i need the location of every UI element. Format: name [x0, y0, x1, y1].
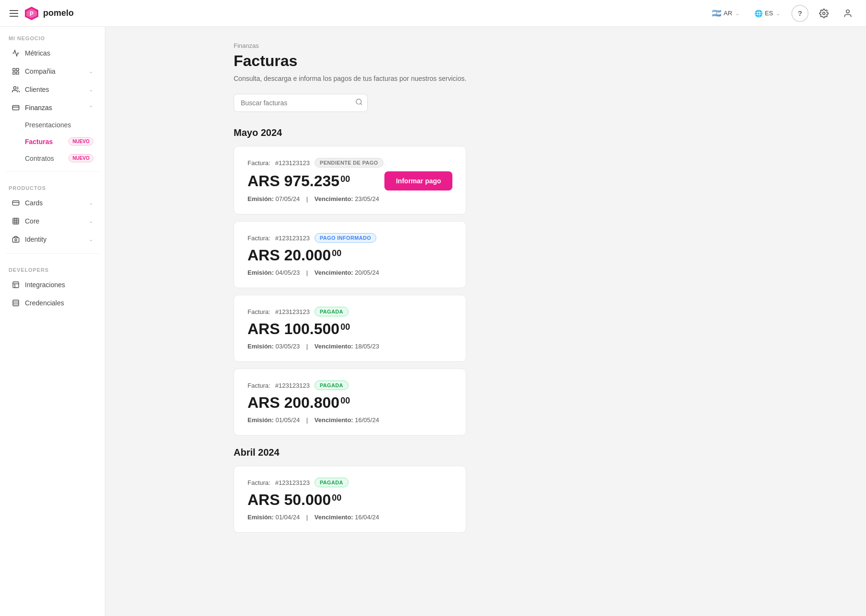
company-chevron-icon: ⌄	[89, 68, 93, 75]
svg-line-28	[360, 103, 362, 105]
section-title-1: Abril 2024	[234, 447, 466, 458]
due-label: Vencimiento: 23/05/24	[315, 195, 379, 202]
topbar: P pomelo 🇦🇷 AR ⌄ 🌐 ES ⌄ ?	[0, 0, 866, 27]
invoice-cents: 00	[332, 248, 341, 258]
emission-label: Emisión: 03/05/23	[247, 343, 300, 350]
page-subtitle: Consulta, descarga e informa los pagos d…	[234, 75, 466, 82]
clients-chevron-icon: ⌄	[89, 86, 93, 93]
status-badge: PAGADA	[315, 381, 349, 390]
svg-rect-10	[12, 105, 19, 110]
invoice-number: #123123123	[275, 479, 310, 486]
cards-chevron-icon: ⌄	[89, 200, 93, 206]
core-icon	[11, 217, 20, 225]
sidebar-item-core[interactable]: Core ⌄	[3, 213, 102, 230]
invoice-card-0-0: Factura: #123123123 PENDIENTE DE PAGO AR…	[234, 146, 466, 214]
svg-rect-5	[13, 68, 15, 71]
user-button[interactable]	[839, 5, 856, 22]
sidebar-item-invoices[interactable]: Facturas NUEVO	[3, 134, 102, 149]
contracts-new-badge: NUEVO	[68, 154, 93, 162]
pomelo-logo-mark: P	[24, 6, 39, 21]
language-selector[interactable]: 🌐 ES ⌄	[751, 8, 785, 19]
topbar-right: 🇦🇷 AR ⌄ 🌐 ES ⌄ ?	[708, 5, 856, 22]
identity-chevron-icon: ⌄	[89, 236, 93, 243]
invoice-card-top: Factura: #123123123 PAGO INFORMADO	[247, 233, 452, 243]
invoice-number: #123123123	[275, 235, 310, 242]
svg-rect-24	[13, 300, 19, 306]
core-chevron-icon: ⌄	[89, 218, 93, 224]
sidebar-item-clients[interactable]: Clientes ⌄	[3, 81, 102, 98]
sidebar-item-finances[interactable]: Finanzas ⌄	[3, 99, 102, 116]
invoice-card-1-0: Factura: #123123123 PAGADA ARS 50.00000 …	[234, 466, 466, 533]
invoice-amount-row: ARS 100.50000	[247, 320, 452, 338]
invoice-amount: ARS 50.00000	[247, 491, 341, 509]
country-chevron-icon: ⌄	[735, 10, 740, 17]
meta-separator: |	[306, 416, 308, 424]
metrics-icon	[11, 49, 20, 57]
invoice-card-0-3: Factura: #123123123 PAGADA ARS 200.80000…	[234, 369, 466, 436]
meta-separator: |	[306, 269, 308, 276]
country-selector[interactable]: 🇦🇷 AR ⌄	[708, 7, 744, 20]
sidebar-item-presentations[interactable]: Presentaciones	[3, 117, 102, 133]
invoice-meta: Emisión: 07/05/24 | Vencimiento: 23/05/2…	[247, 195, 452, 202]
sidebar-divider-2	[6, 253, 99, 254]
section-title-0: Mayo 2024	[234, 127, 466, 138]
invoice-cents: 00	[340, 322, 350, 332]
invoice-label: Factura:	[247, 235, 270, 242]
sidebar-item-identity[interactable]: Identity ⌄	[3, 231, 102, 248]
inform-pay-button[interactable]: Informar pago	[384, 171, 452, 190]
help-button[interactable]: ?	[791, 5, 809, 22]
country-flag: 🇦🇷	[712, 9, 721, 18]
svg-rect-21	[13, 282, 19, 288]
search-button[interactable]	[355, 98, 363, 108]
company-icon	[11, 67, 20, 76]
invoice-amount-row: ARS 975.23500 Informar pago	[247, 171, 452, 190]
language-code: ES	[765, 10, 773, 17]
invoice-amount-text: ARS 975.235	[247, 172, 339, 190]
gear-icon	[819, 9, 829, 18]
invoice-amount-text: ARS 200.800	[247, 394, 339, 412]
main-content: Finanzas Facturas Consulta, descarga e i…	[211, 27, 489, 616]
invoices-new-badge: NUEVO	[68, 137, 93, 146]
clients-icon	[11, 85, 20, 94]
invoice-amount-text: ARS 20.000	[247, 246, 331, 264]
svg-point-3	[823, 12, 825, 14]
sidebar-item-contracts[interactable]: Contratos NUEVO	[3, 150, 102, 166]
invoice-section-0: Mayo 2024 Factura: #123123123 PENDIENTE …	[234, 127, 466, 436]
sidebar-section-my-business: MI NEGOCIO	[0, 27, 105, 44]
invoice-meta: Emisión: 04/05/23 | Vencimiento: 20/05/2…	[247, 269, 452, 276]
status-badge: PAGO INFORMADO	[315, 233, 376, 243]
sidebar-section-products: PRODUCTOS	[0, 177, 105, 194]
svg-point-27	[356, 99, 361, 104]
search-icon	[355, 98, 363, 106]
invoice-amount-text: ARS 50.000	[247, 491, 331, 509]
logo-text: pomelo	[43, 8, 74, 18]
invoice-meta: Emisión: 03/05/23 | Vencimiento: 18/05/2…	[247, 343, 452, 350]
invoice-label: Factura:	[247, 382, 270, 389]
invoice-amount-row: ARS 200.80000	[247, 394, 452, 412]
identity-icon	[11, 235, 20, 244]
sidebar-item-cards[interactable]: Cards ⌄	[3, 194, 102, 212]
invoice-cents: 00	[340, 396, 350, 406]
search-wrapper	[234, 94, 368, 112]
country-code: AR	[724, 10, 732, 17]
svg-rect-6	[16, 68, 19, 71]
invoice-amount-row: ARS 20.00000	[247, 246, 452, 264]
sidebar-item-metrics[interactable]: Métricas	[3, 45, 102, 62]
finances-chevron-icon: ⌄	[89, 104, 93, 111]
emission-label: Emisión: 01/05/24	[247, 416, 300, 424]
svg-point-9	[13, 87, 16, 89]
svg-rect-12	[12, 201, 19, 205]
invoice-meta: Emisión: 01/05/24 | Vencimiento: 16/05/2…	[247, 416, 452, 424]
hamburger-menu-button[interactable]	[10, 10, 18, 17]
search-input[interactable]	[234, 94, 368, 112]
sidebar-item-integrations[interactable]: Integraciones	[3, 276, 102, 293]
settings-button[interactable]	[815, 5, 832, 22]
invoice-section-1: Abril 2024 Factura: #123123123 PAGADA AR…	[234, 447, 466, 533]
svg-rect-7	[13, 72, 15, 74]
sidebar-item-company[interactable]: Compañia ⌄	[3, 63, 102, 80]
logo[interactable]: P pomelo	[24, 6, 74, 21]
invoice-card-0-1: Factura: #123123123 PAGO INFORMADO ARS 2…	[234, 221, 466, 288]
sidebar-item-credentials[interactable]: Credenciales	[3, 294, 102, 312]
invoice-card-0-2: Factura: #123123123 PAGADA ARS 100.50000…	[234, 295, 466, 362]
invoice-number: #123123123	[275, 382, 310, 389]
